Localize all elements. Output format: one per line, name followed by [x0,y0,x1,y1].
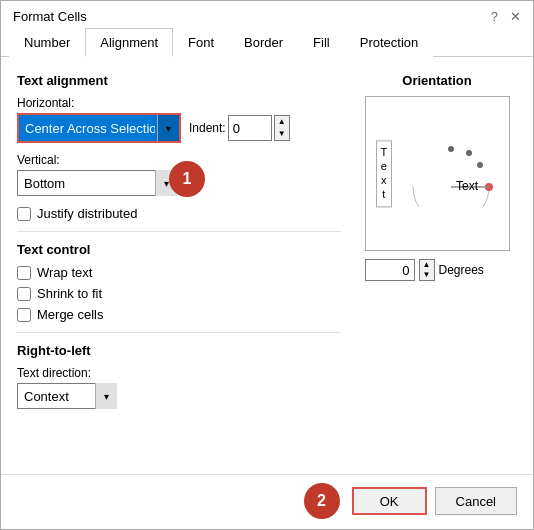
svg-point-0 [413,149,489,207]
v-letter-T: T [381,145,388,159]
arc-dot-right[interactable] [477,162,483,168]
merge-cells-checkbox[interactable] [17,308,31,322]
v-letter-x: x [381,174,387,188]
horizontal-select-wrapper: Center Across Selection ▾ [17,113,181,143]
tab-font[interactable]: Font [173,28,229,57]
alignment-panel: Text alignment Horizontal: Center Across… [17,73,341,466]
horizontal-label: Horizontal: [17,96,341,110]
orientation-panel: Orientation T e x t [357,73,517,466]
format-cells-dialog: Format Cells ? ✕ Number Alignment Font B… [0,0,534,530]
orientation-text-label: Text [456,179,479,193]
cancel-button[interactable]: Cancel [435,487,517,515]
merge-cells-row: Merge cells [17,307,341,322]
horizontal-group: Horizontal: Center Across Selection ▾ In… [17,96,341,143]
tab-number[interactable]: Number [9,28,85,57]
tab-fill[interactable]: Fill [298,28,345,57]
justify-distributed-checkbox[interactable] [17,207,31,221]
balloon-2: 2 [304,483,340,519]
tab-alignment[interactable]: Alignment [85,28,173,57]
ok-button[interactable]: OK [352,487,427,515]
vertical-select[interactable]: Bottom [17,170,177,196]
arc-dot-upper-right[interactable] [466,150,472,156]
degrees-up-button[interactable]: ▲ [420,260,434,270]
rtl-title: Right-to-left [17,343,341,358]
text-control-title: Text control [17,242,341,257]
degrees-input[interactable] [365,259,415,281]
shrink-to-fit-label: Shrink to fit [37,286,102,301]
tab-content: Text alignment Horizontal: Center Across… [1,57,533,474]
indent-label: Indent: [189,121,226,135]
v-letter-e: e [381,159,387,173]
justify-distributed-row: Justify distributed [17,206,341,221]
indent-up-button[interactable]: ▲ [275,116,289,128]
shrink-to-fit-checkbox[interactable] [17,287,31,301]
divider2 [17,332,341,333]
text-direction-select[interactable]: Context [17,383,117,409]
orientation-box[interactable]: T e x t Tex [365,96,510,251]
title-bar-controls: ? ✕ [491,9,521,24]
tab-border[interactable]: Border [229,28,298,57]
degrees-spinner: ▲ ▼ [419,259,435,281]
arc-dot-top[interactable] [448,146,454,152]
v-letter-t: t [382,188,385,202]
horizontal-select[interactable]: Center Across Selection [19,115,179,141]
wrap-text-checkbox[interactable] [17,266,31,280]
indent-down-button[interactable]: ▼ [275,128,289,140]
text-direction-label: Text direction: [17,366,341,380]
help-icon[interactable]: ? [491,9,498,24]
indent-group: Indent: ▲ ▼ [189,115,290,141]
indent-input[interactable] [228,115,272,141]
tab-protection[interactable]: Protection [345,28,434,57]
merge-cells-label: Merge cells [37,307,103,322]
text-direction-group: Text direction: Context ▾ [17,366,341,409]
title-bar: Format Cells ? ✕ [1,1,533,28]
orientation-title: Orientation [357,73,517,88]
text-alignment-title: Text alignment [17,73,341,88]
degrees-row: ▲ ▼ Degrees [365,259,510,281]
tab-bar: Number Alignment Font Border Fill Protec… [1,28,533,57]
dialog-footer: 2 OK Cancel [1,474,533,529]
shrink-to-fit-row: Shrink to fit [17,286,341,301]
justify-distributed-label: Justify distributed [37,206,137,221]
dialog-title: Format Cells [13,9,87,24]
divider1 [17,231,341,232]
wrap-text-label: Wrap text [37,265,92,280]
balloon-1: 1 [169,161,205,197]
degrees-label: Degrees [439,263,484,277]
wrap-text-row: Wrap text [17,265,341,280]
indent-spinner: ▲ ▼ [274,115,290,141]
close-icon[interactable]: ✕ [510,9,521,24]
degrees-down-button[interactable]: ▼ [420,270,434,280]
orientation-arc: Text [401,107,501,207]
